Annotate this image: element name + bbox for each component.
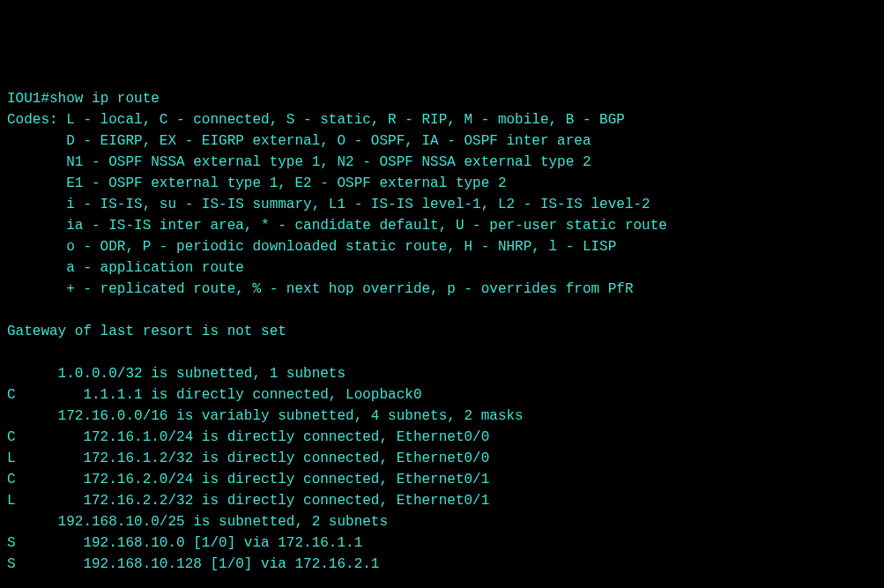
codes-line: N1 - OSPF NSSA external type 1, N2 - OSP… [7,152,877,173]
route-line: L 172.16.2.2/32 is directly connected, E… [7,490,877,511]
blank-line [7,342,877,363]
route-line: C 172.16.2.0/24 is directly connected, E… [7,469,877,490]
gateway-line: Gateway of last resort is not set [7,321,877,342]
codes-line: ia - IS-IS inter area, * - candidate def… [7,215,877,236]
route-line: S 192.168.10.0 [1/0] via 172.16.1.1 [7,532,877,554]
codes-line: E1 - OSPF external type 1, E2 - OSPF ext… [7,173,877,194]
route-line: C 1.1.1.1 is directly connected, Loopbac… [7,384,877,406]
route-line: S 192.168.10.128 [1/0] via 172.16.2.1 [7,554,877,575]
route-line: 1.0.0.0/32 is subnetted, 1 subnets [7,363,877,384]
codes-line: a - application route [7,257,877,279]
command-line: IOU1#show ip route [7,88,877,109]
route-line: 172.16.0.0/16 is variably subnetted, 4 s… [7,406,877,427]
prompt: IOU1# [7,91,49,107]
route-line: L 172.16.1.2/32 is directly connected, E… [7,448,877,469]
codes-line: i - IS-IS, su - IS-IS summary, L1 - IS-I… [7,194,877,215]
blank-line [7,300,877,321]
codes-line: o - ODR, P - periodic downloaded static … [7,236,877,257]
codes-line: + - replicated route, % - next hop overr… [7,279,877,300]
codes-header: Codes: L - local, C - connected, S - sta… [7,109,877,130]
terminal-output: IOU1#show ip routeCodes: L - local, C - … [7,88,877,575]
route-line: C 172.16.1.0/24 is directly connected, E… [7,427,877,448]
codes-line: D - EIGRP, EX - EIGRP external, O - OSPF… [7,130,877,152]
command-text: show ip route [49,91,160,107]
route-line: 192.168.10.0/25 is subnetted, 2 subnets [7,511,877,532]
